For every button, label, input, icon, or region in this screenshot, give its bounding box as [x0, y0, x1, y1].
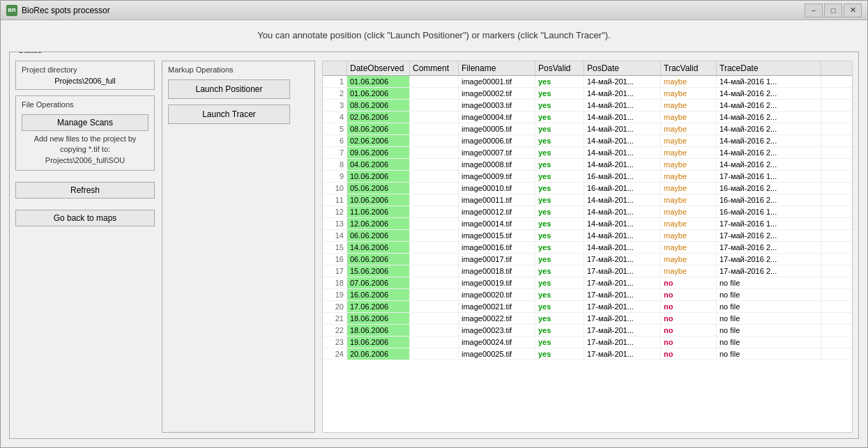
cell-num: 4	[323, 111, 347, 123]
maximize-button[interactable]: □	[824, 3, 842, 17]
table-row[interactable]: 5 08.06.2006 image00005.tif yes 14-май-2…	[323, 123, 852, 135]
cell-filename: image00024.tif	[459, 337, 535, 348]
project-directory-value: Projects\2006_full	[22, 77, 149, 85]
cell-posvalid: yes	[535, 111, 584, 123]
cell-comment	[410, 254, 459, 265]
cell-posdate: 14-май-201...	[584, 206, 661, 217]
markup-operations-group: Markup Operations Launch Positioner Laun…	[162, 61, 315, 433]
close-button[interactable]: ✕	[844, 3, 862, 17]
cell-posvalid: yes	[535, 194, 584, 206]
cell-posvalid: yes	[535, 100, 584, 111]
cell-tracvalid: maybe	[661, 194, 717, 206]
cell-num: 15	[323, 242, 347, 253]
cell-date: 10.06.2006	[347, 171, 410, 182]
cell-posvalid: yes	[535, 123, 584, 134]
table-row[interactable]: 22 18.06.2006 image00023.tif yes 17-май-…	[323, 325, 852, 337]
cell-date: 08.06.2006	[347, 123, 410, 134]
cell-comment	[410, 123, 459, 134]
cell-filename: image00018.tif	[459, 265, 535, 277]
cell-tracedate: no file	[717, 289, 821, 300]
cell-tracedate: 14-май-2016 2...	[717, 147, 821, 158]
top-message: You can annotate position (click "Launch…	[1, 20, 867, 46]
cell-filename: image00008.tif	[459, 159, 535, 170]
cell-tracedate: 14-май-2016 1...	[717, 76, 821, 87]
cell-posdate: 14-май-201...	[584, 230, 661, 241]
cell-tracedate: 17-май-2016 1...	[717, 218, 821, 229]
cell-comment	[410, 206, 459, 217]
table-row[interactable]: 4 02.06.2006 image00004.tif yes 14-май-2…	[323, 111, 852, 123]
cell-tracedate: 16-май-2016 2...	[717, 194, 821, 206]
cell-tracedate: 14-май-2016 2...	[717, 123, 821, 134]
cell-num: 1	[323, 76, 347, 87]
table-row[interactable]: 9 10.06.2006 image00009.tif yes 16-май-2…	[323, 171, 852, 183]
table-row[interactable]: 15 14.06.2006 image00016.tif yes 14-май-…	[323, 242, 852, 254]
cell-num: 21	[323, 313, 347, 324]
cell-posdate: 17-май-201...	[584, 325, 661, 336]
cell-tracedate: no file	[717, 277, 821, 288]
cell-filename: image00011.tif	[459, 194, 535, 206]
cell-tracvalid: maybe	[661, 159, 717, 170]
table-row[interactable]: 3 08.06.2006 image00003.tif yes 14-май-2…	[323, 100, 852, 111]
cell-filename: image00016.tif	[459, 242, 535, 253]
cell-comment	[410, 348, 459, 360]
cell-tracvalid: maybe	[661, 76, 717, 87]
go-back-button[interactable]: Go back to maps	[15, 210, 155, 226]
cell-posdate: 14-май-201...	[584, 194, 661, 206]
table-row[interactable]: 18 07.06.2006 image00019.tif yes 17-май-…	[323, 277, 852, 289]
table-row[interactable]: 23 19.06.2006 image00024.tif yes 17-май-…	[323, 337, 852, 348]
table-row[interactable]: 19 16.06.2006 image00020.tif yes 17-май-…	[323, 289, 852, 301]
table-row[interactable]: 11 10.06.2006 image00011.tif yes 14-май-…	[323, 194, 852, 206]
cell-comment	[410, 242, 459, 253]
cell-posvalid: yes	[535, 265, 584, 277]
cell-posdate: 14-май-201...	[584, 218, 661, 229]
table-row[interactable]: 8 04.06.2006 image00008.tif yes 14-май-2…	[323, 159, 852, 171]
cell-posvalid: yes	[535, 301, 584, 312]
table-row[interactable]: 21 18.06.2006 image00022.tif yes 17-май-…	[323, 313, 852, 325]
cell-comment	[410, 218, 459, 229]
cell-tracedate: 14-май-2016 2...	[717, 135, 821, 146]
cell-filename: image00007.tif	[459, 147, 535, 158]
table-row[interactable]: 2 01.06.2006 image00002.tif yes 14-май-2…	[323, 88, 852, 100]
table-row[interactable]: 10 05.06.2006 image00010.tif yes 16-май-…	[323, 183, 852, 194]
cell-filename: image00017.tif	[459, 254, 535, 265]
refresh-button[interactable]: Refresh	[15, 182, 155, 199]
cell-date: 19.06.2006	[347, 337, 410, 348]
cell-num: 17	[323, 265, 347, 277]
cell-comment	[410, 265, 459, 277]
cell-tracedate: 17-май-2016 2...	[717, 230, 821, 241]
cell-tracedate: no file	[717, 325, 821, 336]
cell-num: 5	[323, 123, 347, 134]
table-row[interactable]: 16 06.06.2006 image00017.tif yes 17-май-…	[323, 254, 852, 265]
cell-date: 01.06.2006	[347, 88, 410, 99]
cell-posdate: 17-май-201...	[584, 301, 661, 312]
table-row[interactable]: 12 11.06.2006 image00012.tif yes 14-май-…	[323, 206, 852, 218]
cell-num: 2	[323, 88, 347, 99]
cell-tracvalid: maybe	[661, 135, 717, 146]
table-row[interactable]: 1 01.06.2006 image00001.tif yes 14-май-2…	[323, 76, 852, 88]
table-row[interactable]: 7 09.06.2006 image00007.tif yes 14-май-2…	[323, 147, 852, 159]
cell-num: 13	[323, 218, 347, 229]
table-row[interactable]: 14 06.06.2006 image00015.tif yes 14-май-…	[323, 230, 852, 242]
table-row[interactable]: 13 12.06.2006 image00014.tif yes 14-май-…	[323, 218, 852, 230]
cell-posvalid: yes	[535, 325, 584, 336]
cell-num: 9	[323, 171, 347, 182]
cell-posdate: 14-май-201...	[584, 147, 661, 158]
minimize-button[interactable]: −	[805, 3, 823, 17]
launch-positioner-button[interactable]: Launch Positioner	[168, 79, 290, 99]
cell-date: 02.06.2006	[347, 135, 410, 146]
table-row[interactable]: 24 20.06.2006 image00025.tif yes 17-май-…	[323, 348, 852, 360]
table-body[interactable]: 1 01.06.2006 image00001.tif yes 14-май-2…	[323, 76, 852, 432]
table-row[interactable]: 17 15.06.2006 image00018.tif yes 17-май-…	[323, 265, 852, 277]
table-row[interactable]: 20 17.06.2006 image00021.tif yes 17-май-…	[323, 301, 852, 313]
table-row[interactable]: 6 02.06.2006 image00006.tif yes 14-май-2…	[323, 135, 852, 147]
cell-filename: image00001.tif	[459, 76, 535, 87]
cell-posdate: 17-май-201...	[584, 277, 661, 288]
cell-date: 14.06.2006	[347, 242, 410, 253]
manage-scans-button[interactable]: Manage Scans	[22, 114, 149, 131]
cell-tracedate: 14-май-2016 2...	[717, 100, 821, 111]
cell-date: 20.06.2006	[347, 348, 410, 360]
launch-tracer-button[interactable]: Launch Tracer	[168, 105, 290, 124]
cell-posdate: 17-май-201...	[584, 313, 661, 324]
cell-tracvalid: maybe	[661, 218, 717, 229]
cell-num: 18	[323, 277, 347, 288]
